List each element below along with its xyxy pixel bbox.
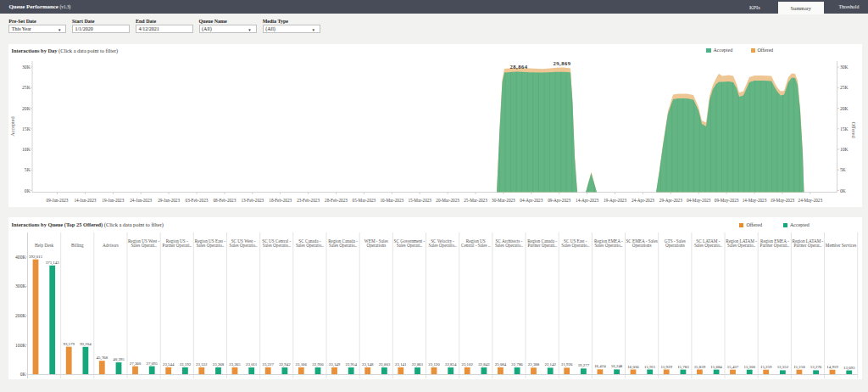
svg-text:27,360: 27,360 <box>130 361 142 367</box>
svg-text:23,166: 23,166 <box>296 362 308 367</box>
svg-text:100K: 100K <box>15 343 25 348</box>
svg-text:22,842: 22,842 <box>478 362 490 367</box>
svg-text:22,942: 22,942 <box>279 362 291 367</box>
svg-text:Advisors: Advisors <box>103 243 119 248</box>
svg-text:22,854: 22,854 <box>445 362 457 367</box>
svg-text:Central - Sales ..: Central - Sales .. <box>461 243 490 248</box>
svg-text:22,936: 22,936 <box>312 362 324 367</box>
svg-text:15,259: 15,259 <box>760 365 772 370</box>
svg-text:15,300: 15,300 <box>743 365 755 370</box>
svg-text:Sales Operatio..: Sales Operatio.. <box>329 243 357 248</box>
svg-text:19,277: 19,277 <box>578 363 590 368</box>
svg-text:23,003: 23,003 <box>379 362 391 367</box>
svg-text:Sales Operati..: Sales Operati.. <box>397 243 422 248</box>
svg-text:14,919: 14,919 <box>826 365 838 370</box>
svg-text:0K: 0K <box>20 372 26 377</box>
svg-text:15,437: 15,437 <box>727 365 739 370</box>
svg-text:392,015: 392,015 <box>29 255 42 260</box>
svg-text:23,544: 23,544 <box>163 362 175 367</box>
svg-text:22,954: 22,954 <box>345 362 357 367</box>
svg-text:22,786: 22,786 <box>511 362 523 367</box>
svg-text:23,227: 23,227 <box>262 362 274 367</box>
svg-text:Partner Operati..: Partner Operati.. <box>527 243 556 248</box>
svg-text:15,839: 15,839 <box>694 365 706 370</box>
svg-text:Help Desk: Help Desk <box>35 243 53 248</box>
svg-text:23,102: 23,102 <box>461 362 473 367</box>
svg-text:13,276: 13,276 <box>810 365 822 370</box>
svg-text:23,192: 23,192 <box>180 362 192 367</box>
svg-text:Sales Operatio..: Sales Operatio.. <box>694 243 722 248</box>
svg-text:23,268: 23,268 <box>213 362 225 367</box>
svg-text:40,395: 40,395 <box>113 357 125 362</box>
svg-text:23,084: 23,084 <box>495 362 507 367</box>
svg-text:27,095: 27,095 <box>146 361 158 367</box>
svg-text:13,093: 13,093 <box>843 366 855 371</box>
svg-text:21,926: 21,926 <box>561 362 573 367</box>
svg-text:200K: 200K <box>15 313 25 318</box>
svg-text:93,204: 93,204 <box>80 342 92 347</box>
svg-text:23,148: 23,148 <box>362 362 374 367</box>
svg-text:23,120: 23,120 <box>428 362 440 367</box>
svg-text:45,768: 45,768 <box>97 356 108 361</box>
svg-text:23,149: 23,149 <box>329 362 341 367</box>
svg-text:15,929: 15,929 <box>660 365 672 370</box>
svg-text:400K: 400K <box>15 255 25 260</box>
svg-text:23,011: 23,011 <box>246 362 258 367</box>
svg-text:Sales Operatio..: Sales Operatio.. <box>594 243 622 248</box>
svg-text:Partner Operati..: Partner Operati.. <box>760 243 789 248</box>
svg-text:Sales Operatio..: Sales Operatio.. <box>429 243 457 248</box>
svg-text:Sales Operatio..: Sales Operatio.. <box>230 243 258 248</box>
svg-text:15,911: 15,911 <box>644 365 656 370</box>
svg-text:Partner Operat..: Partner Operat.. <box>793 243 821 248</box>
svg-text:Sales Operatio..: Sales Operatio.. <box>561 243 589 248</box>
svg-text:23,265: 23,265 <box>229 362 241 367</box>
svg-text:Sales Operatio..: Sales Operatio.. <box>495 243 523 248</box>
svg-text:Operations: Operations <box>665 243 685 248</box>
svg-text:15,783: 15,783 <box>677 365 689 370</box>
svg-text:Sales Operatio..: Sales Operatio.. <box>263 243 291 248</box>
svg-text:Member Services: Member Services <box>826 243 856 248</box>
svg-text:Billing: Billing <box>71 243 84 248</box>
svg-text:93,579: 93,579 <box>63 342 75 347</box>
svg-text:Operations: Operations <box>632 243 652 248</box>
svg-text:Sales Operatio..: Sales Operatio.. <box>727 243 755 248</box>
svg-text:300K: 300K <box>15 283 25 288</box>
svg-text:22,861: 22,861 <box>412 362 424 367</box>
svg-text:16,036: 16,036 <box>627 365 639 370</box>
svg-text:23,141: 23,141 <box>395 362 407 367</box>
svg-text:Sales Operatio..: Sales Operatio.. <box>296 243 324 248</box>
svg-text:Partner Operati..: Partner Operati.. <box>163 243 192 248</box>
svg-text:Sales Operati..: Sales Operati.. <box>131 243 156 248</box>
svg-text:13,352: 13,352 <box>777 365 789 370</box>
svg-text:Operations: Operations <box>366 243 386 248</box>
svg-text:22,388: 22,388 <box>528 362 540 367</box>
svg-text:15,218: 15,218 <box>793 365 805 370</box>
svg-text:23,532: 23,532 <box>196 362 208 367</box>
svg-text:22,142: 22,142 <box>544 362 556 367</box>
svg-text:16,424: 16,424 <box>594 364 606 369</box>
svg-text:371,143: 371,143 <box>46 260 59 266</box>
svg-text:15,684: 15,684 <box>710 365 722 370</box>
svg-text:Sales Operatio..: Sales Operatio.. <box>196 243 224 248</box>
svg-text:16,248: 16,248 <box>611 364 623 369</box>
